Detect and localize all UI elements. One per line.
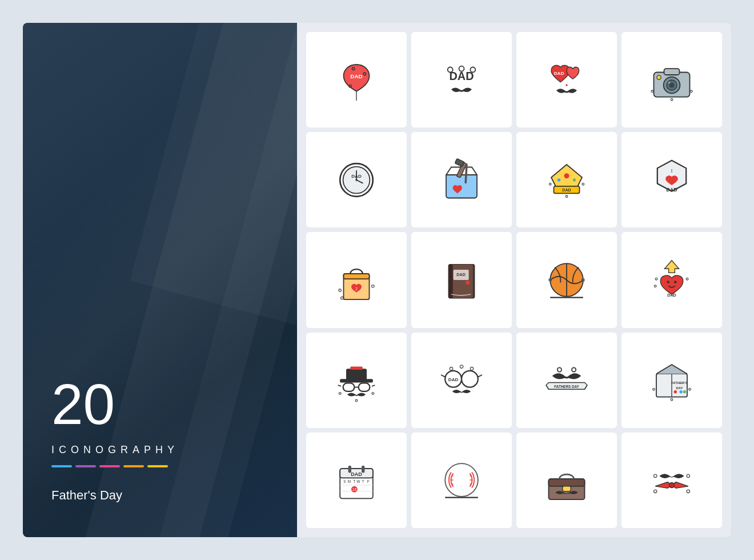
- icon-cell-bow-tie: [621, 433, 722, 528]
- svg-point-86: [558, 368, 562, 372]
- svg-point-76: [355, 399, 358, 402]
- svg-text:DAD: DAD: [448, 377, 459, 382]
- category-label: ICONOGRAPHY: [51, 444, 268, 456]
- color-bar-purple: [75, 465, 96, 467]
- dad-hat-glasses-icon: [331, 354, 382, 406]
- dad-balloon-icon: DAD: [331, 54, 382, 106]
- svg-point-95: [683, 390, 686, 393]
- svg-point-65: [654, 285, 656, 287]
- svg-rect-69: [343, 383, 355, 391]
- svg-rect-43: [344, 274, 370, 279]
- svg-rect-67: [340, 379, 373, 382]
- svg-point-16: [668, 81, 671, 83]
- color-bar-blue: [51, 465, 72, 467]
- icon-cell-dad-text: DAD: [411, 32, 512, 127]
- svg-text:FATHERS DAY: FATHERS DAY: [554, 385, 579, 389]
- dad-heart-mustache2-icon: DAD: [541, 54, 592, 106]
- icon-grid: DAD DAD: [297, 23, 731, 537]
- svg-point-129: [687, 490, 689, 493]
- icon-cell-gift-bag: 2: [306, 232, 407, 327]
- svg-rect-102: [362, 466, 364, 473]
- panel-content: 20 ICONOGRAPHY Father's Day: [51, 375, 268, 503]
- pack-title: Father's Day: [51, 488, 268, 503]
- dad-round-glasses-icon: DAD: [436, 354, 487, 406]
- dad-watch-icon: DAD: [331, 154, 382, 206]
- svg-point-33: [558, 178, 560, 181]
- svg-point-53: [466, 281, 470, 285]
- svg-text:W: W: [357, 480, 360, 484]
- icon-cell-fathers-day-banner: FATHERS DAY: [516, 333, 617, 428]
- i-love-dad-badge-icon: I DAD: [646, 154, 697, 206]
- svg-point-20: [671, 98, 673, 101]
- icon-cell-dad-book: DAD: [411, 232, 512, 327]
- svg-point-60: [667, 281, 669, 283]
- icon-cell-dad-disguise: [306, 333, 407, 428]
- dad-book-icon: DAD: [436, 254, 487, 306]
- svg-point-38: [566, 195, 568, 198]
- svg-point-46: [372, 285, 375, 288]
- svg-text:DAD: DAD: [456, 272, 466, 277]
- svg-text:T: T: [362, 480, 364, 484]
- svg-point-74: [339, 393, 341, 395]
- svg-rect-66: [346, 369, 367, 380]
- icon-cell-dad-watch: DAD: [306, 132, 407, 227]
- icon-cell-i-love-dad: I DAD: [621, 132, 722, 227]
- tools-pocket-icon: [436, 154, 487, 206]
- svg-point-15: [669, 82, 675, 87]
- svg-line-80: [441, 375, 445, 377]
- icon-cell-dad-calendar: DAD S M T W T F 16: [306, 433, 407, 528]
- gift-bag-icon: 2: [331, 254, 382, 306]
- dad-toolbox-icon: [541, 454, 592, 506]
- icon-cell-dad-balloon: DAD: [306, 32, 407, 127]
- icon-cell-dad-crown: DAD: [516, 132, 617, 227]
- svg-text:DAD: DAD: [351, 471, 362, 477]
- svg-rect-123: [549, 479, 585, 487]
- svg-point-96: [653, 389, 655, 391]
- icon-cell-dad-round-glasses: DAD: [411, 333, 512, 428]
- svg-point-63: [655, 278, 657, 280]
- svg-text:16: 16: [352, 487, 356, 492]
- svg-line-72: [338, 385, 341, 386]
- svg-text:DAY: DAY: [676, 386, 683, 390]
- icon-cell-fathers-day-card: FATHER'S DAY: [621, 333, 722, 428]
- svg-text:DAD: DAD: [450, 70, 474, 82]
- svg-point-19: [690, 90, 692, 93]
- svg-marker-59: [664, 261, 679, 273]
- svg-rect-50: [449, 265, 453, 298]
- svg-point-127: [687, 474, 689, 477]
- svg-rect-28: [455, 158, 464, 166]
- svg-point-17: [657, 75, 661, 79]
- icon-cell-dad-toolbox: [516, 433, 617, 528]
- svg-point-64: [686, 278, 688, 280]
- svg-text:M: M: [348, 480, 351, 484]
- svg-point-98: [671, 399, 673, 401]
- color-bars: [51, 465, 268, 467]
- dad-calendar-icon: DAD S M T W T F 16: [331, 454, 382, 506]
- icon-cell-baseball: [411, 433, 512, 528]
- icon-cell-camera: [621, 32, 722, 127]
- svg-point-128: [654, 490, 657, 493]
- svg-rect-12: [664, 69, 680, 75]
- svg-point-37: [582, 183, 584, 185]
- svg-point-34: [573, 178, 576, 181]
- dad-heart-crown-icon: DAD: [646, 254, 697, 306]
- svg-text:FATHER'S: FATHER'S: [671, 381, 687, 385]
- svg-text:DAD: DAD: [667, 293, 676, 298]
- svg-point-87: [572, 368, 576, 372]
- color-bar-orange: [123, 465, 144, 467]
- svg-line-81: [478, 375, 482, 377]
- svg-point-114: [445, 464, 478, 497]
- icon-cell-basketball: [516, 232, 617, 327]
- svg-point-45: [339, 289, 342, 292]
- svg-point-47: [341, 297, 344, 299]
- main-container: 20 ICONOGRAPHY Father's Day DAD: [23, 23, 731, 537]
- svg-text:I: I: [671, 168, 673, 174]
- color-bar-pink: [99, 465, 120, 467]
- icon-cell-dad-heart-mustache: DAD: [516, 32, 617, 127]
- svg-point-85: [470, 367, 473, 370]
- camera-icon: [646, 54, 697, 106]
- svg-point-75: [372, 393, 374, 395]
- fathers-day-card-icon: FATHER'S DAY: [646, 354, 697, 406]
- svg-point-94: [680, 390, 683, 393]
- svg-point-18: [651, 90, 653, 93]
